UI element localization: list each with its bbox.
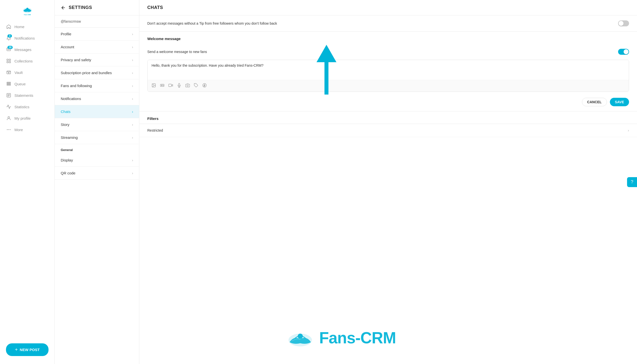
help-button[interactable]: ? [627, 177, 637, 187]
sidebar-item-label: Notifications [14, 36, 35, 40]
sidebar-item-more[interactable]: More [0, 124, 54, 135]
svg-point-16 [10, 130, 10, 130]
gif-icon-btn[interactable] [159, 82, 166, 90]
question-mark-icon: ? [631, 180, 633, 184]
chevron-right-icon: › [132, 84, 133, 88]
sidebar-item-statistics[interactable]: Statistics [0, 101, 54, 112]
svg-rect-12 [7, 84, 11, 85]
sidebar-item-collections[interactable]: Collections [0, 55, 54, 67]
settings-item-profile[interactable]: Profile › [55, 28, 139, 40]
settings-item-notifications[interactable]: Notifications › [55, 92, 139, 105]
messages-badge: 18 [8, 46, 13, 49]
filters-title: Filters [139, 112, 637, 124]
sidebar-item-notifications[interactable]: 3 Notifications [0, 32, 54, 44]
chevron-right-icon: › [132, 32, 133, 36]
svg-rect-22 [169, 84, 172, 87]
sidebar-item-label: Statistics [14, 105, 29, 109]
message-actions: CANCEL SAVE [139, 96, 637, 111]
back-button[interactable] [61, 5, 66, 10]
mic-icon-btn[interactable] [176, 82, 182, 90]
settings-list: Profile › Account › Privacy and safety ›… [55, 28, 139, 364]
welcome-toggle-label: Send a welcome message to new fans [147, 50, 618, 54]
settings-header: SETTINGS [55, 0, 139, 16]
svg-marker-21 [172, 84, 173, 86]
settings-item-fans[interactable]: Fans and following › [55, 79, 139, 92]
svg-point-25 [187, 85, 188, 86]
chevron-right-icon: › [132, 110, 133, 114]
sidebar-item-label: Messages [14, 48, 31, 52]
no-tip-section: Don't accept messages without a Tip from… [139, 16, 637, 32]
chevron-right-icon: › [132, 171, 133, 175]
vault-icon [6, 70, 12, 75]
svg-rect-7 [9, 62, 11, 63]
sidebar-item-messages[interactable]: 18 Messages [0, 44, 54, 55]
tag-icon-btn[interactable] [193, 82, 199, 90]
cancel-button[interactable]: CANCEL [582, 98, 607, 106]
sidebar-item-label: My profile [14, 116, 30, 120]
sidebar-item-home[interactable]: Home [0, 21, 54, 32]
settings-item-account[interactable]: Account › [55, 40, 139, 54]
sidebar-item-label: Statements [14, 93, 33, 98]
no-tip-row: Don't accept messages without a Tip from… [139, 16, 637, 31]
no-tip-toggle[interactable] [618, 20, 629, 26]
fans-crm-logo: Fans CRM [22, 4, 33, 16]
new-post-button[interactable]: + NEW POST [6, 343, 48, 356]
svg-rect-4 [7, 59, 8, 61]
chevron-right-icon: › [132, 97, 133, 101]
toggle-knob [624, 49, 628, 54]
statements-icon [6, 92, 12, 98]
statistics-icon [6, 104, 12, 110]
settings-item-story[interactable]: Story › [55, 118, 139, 131]
video-icon-btn[interactable] [168, 82, 174, 90]
image-icon-btn[interactable] [150, 82, 157, 90]
no-tip-label: Don't accept messages without a Tip from… [147, 22, 618, 26]
content-panel: CHATS Don't accept messages without a Ti… [139, 0, 637, 364]
profile-icon [6, 116, 12, 121]
svg-text:Fans CRM: Fans CRM [24, 14, 31, 16]
settings-item-qr-code[interactable]: QR code › [55, 167, 139, 180]
filter-restricted-row[interactable]: Restricted › [139, 124, 637, 137]
sidebar-nav: Home 3 Notifications 18 Messages Collect… [0, 21, 54, 339]
welcome-message-box [147, 60, 629, 92]
settings-title: SETTINGS [69, 5, 92, 10]
chevron-right-icon: › [132, 71, 133, 75]
svg-point-17 [7, 130, 8, 130]
sidebar-item-label: Vault [14, 70, 23, 75]
chevron-right-icon: › [132, 158, 133, 162]
svg-rect-10 [7, 82, 11, 83]
chevron-right-icon: › [132, 58, 133, 62]
collections-icon [6, 58, 12, 64]
sidebar-item-label: More [14, 128, 23, 132]
svg-point-19 [153, 84, 153, 85]
sidebar-item-queue[interactable]: Queue [0, 78, 54, 90]
settings-panel: SETTINGS @fanscrmsw Profile › Account › … [55, 0, 139, 364]
chevron-right-icon: › [132, 136, 133, 140]
settings-item-subscription[interactable]: Subscription price and bundles › [55, 66, 139, 79]
chevron-right-icon: › [628, 128, 629, 132]
svg-point-14 [8, 116, 10, 118]
settings-item-privacy[interactable]: Privacy and safety › [55, 54, 139, 66]
dollar-icon-btn[interactable] [201, 82, 208, 90]
settings-account-name: @fanscrmsw [55, 16, 139, 28]
queue-icon [6, 81, 12, 86]
chevron-right-icon: › [132, 123, 133, 127]
chats-title: CHATS [147, 5, 163, 10]
more-icon [6, 127, 12, 132]
welcome-toggle-row: Send a welcome message to new fans [139, 44, 637, 60]
camera-icon-btn[interactable] [184, 82, 191, 90]
sidebar-item-my-profile[interactable]: My profile [0, 112, 54, 124]
settings-item-chats[interactable]: Chats › [55, 105, 139, 118]
welcome-toggle[interactable] [618, 49, 629, 55]
toggle-knob [618, 21, 624, 26]
notifications-badge: 3 [8, 34, 12, 38]
sidebar-item-statements[interactable]: Statements [0, 90, 54, 101]
welcome-message-textarea[interactable] [148, 60, 629, 79]
settings-item-display[interactable]: Display › [55, 154, 139, 167]
svg-rect-20 [160, 84, 164, 86]
general-section-header: General [55, 144, 139, 154]
content-header: CHATS [139, 0, 637, 16]
svg-point-9 [8, 72, 9, 73]
save-button[interactable]: SAVE [610, 98, 629, 106]
settings-item-streaming[interactable]: Streaming › [55, 131, 139, 144]
sidebar-item-vault[interactable]: Vault [0, 67, 54, 78]
